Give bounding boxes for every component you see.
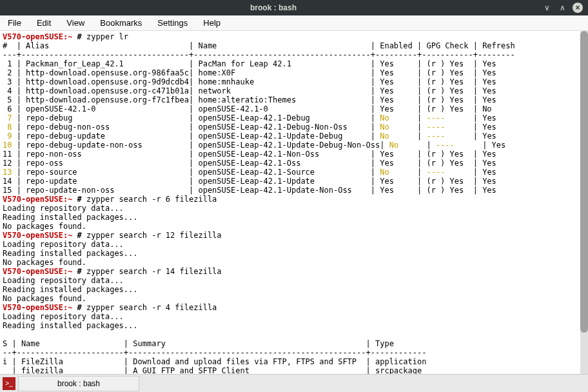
- menu-help[interactable]: Help: [201, 17, 223, 29]
- menu-edit[interactable]: Edit: [34, 17, 54, 29]
- menu-bookmarks[interactable]: Bookmarks: [97, 17, 144, 29]
- menu-view[interactable]: View: [64, 17, 87, 29]
- taskbar-app-icon[interactable]: >_: [3, 377, 15, 390]
- terminal[interactable]: V570-openSUSE:~ # zypper lr # | Alias | …: [0, 31, 588, 374]
- menu-file[interactable]: File: [5, 17, 24, 29]
- scrollbar[interactable]: [580, 31, 588, 374]
- scrollbar-thumb[interactable]: [580, 31, 588, 333]
- taskbar: >_ brook : bash: [0, 374, 588, 392]
- window-title: brook : bash: [5, 3, 542, 12]
- menubar: File Edit View Bookmarks Settings Help: [0, 15, 588, 31]
- window-controls: ∨ ∧ ×: [542, 3, 583, 13]
- minimize-icon[interactable]: ∨: [542, 3, 552, 13]
- titlebar: brook : bash ∨ ∧ ×: [0, 0, 588, 15]
- taskbar-window-item[interactable]: brook : bash: [18, 376, 139, 391]
- maximize-icon[interactable]: ∧: [557, 3, 567, 13]
- menu-settings[interactable]: Settings: [155, 17, 190, 29]
- close-icon[interactable]: ×: [573, 3, 583, 13]
